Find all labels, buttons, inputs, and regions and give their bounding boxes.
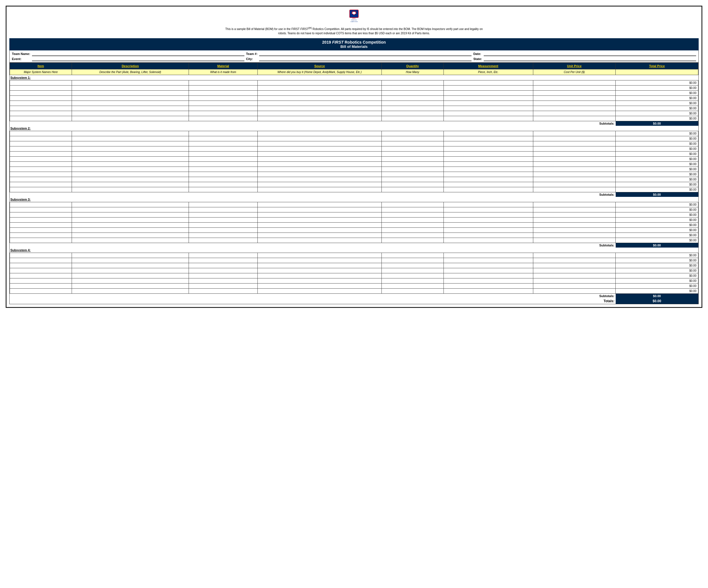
svg-text:ROBOTICS: ROBOTICS (351, 20, 357, 21)
table-row: $0.00 (10, 212, 698, 217)
example-unit-price: Cost Per Unit ($) (533, 69, 616, 75)
subtotals-label-3: Subtotals: (533, 243, 616, 248)
table-row: $0.00 (10, 177, 698, 182)
table-row: $0.00 (10, 284, 698, 289)
form-fields: Team Name: Team #: Date: Event: City: St… (9, 51, 699, 63)
example-material: What is it made from (189, 69, 258, 75)
subtotals-value-2: $0.00 (616, 192, 698, 197)
totals-row: Totals: $0.00 (10, 298, 698, 304)
example-row: Major System Names Here Describe the Par… (10, 69, 698, 75)
team-num-input[interactable] (259, 52, 472, 56)
table-row: $0.00 (10, 202, 698, 207)
table-row: $0.00 (10, 238, 698, 243)
subsystem-4-subtotal: Subtotals: $0.00 (10, 294, 698, 298)
team-name-input[interactable] (32, 52, 244, 56)
city-input[interactable] (259, 57, 472, 61)
logo-area: FIRST ROBOTICS COMPETITION (9, 9, 699, 24)
table-row: $0.00 (10, 263, 698, 268)
subsystem-2-label: Subsystem 2: (10, 126, 698, 131)
title-block: 2019 FIRST Robotics Competition Bill of … (9, 38, 699, 51)
subsystem-2-header: Subsystem 2: (10, 126, 698, 131)
table-row: $0.00 (10, 131, 698, 136)
date-label: Date: (473, 52, 482, 56)
main-title: 2019 FIRST Robotics Competition (9, 40, 699, 45)
subsystem-2-subtotal: Subtotals: $0.00 (10, 192, 698, 197)
table-row: $0.00 (10, 228, 698, 233)
table-row: $0.00 (10, 268, 698, 273)
table-row: $0.00 (10, 106, 698, 111)
table-row: $0.00 (10, 172, 698, 177)
subtotals-value-3: $0.00 (616, 243, 698, 248)
table-row: $0.00 (10, 136, 698, 141)
col-description: Description (72, 63, 188, 69)
subsystem-1-label: Subsystem 1: (10, 75, 698, 81)
col-quantity: Quantity (381, 63, 443, 69)
bom-table: Item Description Material Source Quantit… (10, 63, 698, 304)
subsystem-3-header: Subsystem 3: (10, 197, 698, 202)
table-row: $0.00 (10, 81, 698, 86)
svg-text:FIRST: FIRST (352, 18, 356, 19)
table-header-row: Item Description Material Source Quantit… (10, 63, 698, 69)
totals-value: $0.00 (616, 298, 698, 304)
subtotals-label-1: Subtotals: (533, 121, 616, 126)
svg-text:COMPETITION: COMPETITION (350, 21, 358, 22)
col-measurement: Measurement (443, 63, 533, 69)
intro-text: This is a sample Bill of Material (BOM) … (9, 26, 699, 35)
col-source: Source (258, 63, 382, 69)
example-description: Describe the Part (Axle, Bearing, Lifter… (72, 69, 188, 75)
subsystem-4-header: Subsystem 4: (10, 247, 698, 253)
table-row: $0.00 (10, 187, 698, 192)
table-row: $0.00 (10, 151, 698, 157)
city-label: City: (246, 57, 258, 61)
subtotals-label-2: Subtotals: (533, 192, 616, 197)
state-input[interactable] (484, 57, 696, 61)
subtotals-value-4: $0.00 (616, 294, 698, 298)
sub-title: Bill of Materials (9, 45, 699, 49)
table-row: $0.00 (10, 258, 698, 263)
table-row: $0.00 (10, 278, 698, 284)
table-row: $0.00 (10, 116, 698, 121)
event-input[interactable] (32, 57, 244, 61)
table-row: $0.00 (10, 253, 698, 258)
table-row: $0.00 (10, 223, 698, 228)
col-material: Material (189, 63, 258, 69)
example-item: Major System Names Here (10, 69, 72, 75)
document-container: FIRST ROBOTICS COMPETITION This is a sam… (6, 6, 702, 308)
table-row: $0.00 (10, 141, 698, 146)
col-item: Item (10, 63, 72, 69)
table-row: $0.00 (10, 91, 698, 96)
table-row: $0.00 (10, 86, 698, 91)
table-row: $0.00 (10, 289, 698, 294)
state-label: State: (473, 57, 482, 61)
table-row: $0.00 (10, 101, 698, 106)
subsystem-1-header: Subsystem 1: (10, 75, 698, 81)
table-row: $0.00 (10, 111, 698, 116)
table-row: $0.00 (10, 96, 698, 101)
table-row: $0.00 (10, 233, 698, 238)
example-measurement: Piece, Inch, Etc. (443, 69, 533, 75)
table-row: $0.00 (10, 157, 698, 162)
example-quantity: How Many (381, 69, 443, 75)
team-num-label: Team #: (246, 52, 258, 56)
subtotals-value-1: $0.00 (616, 121, 698, 126)
date-input[interactable] (484, 52, 696, 56)
table-row: $0.00 (10, 167, 698, 172)
example-source: Where did you buy it (Home Depot, AndyMa… (258, 69, 382, 75)
subsystem-1-subtotal: Subtotals: $0.00 (10, 121, 698, 126)
table-row: $0.00 (10, 182, 698, 187)
col-total-price: Total Price (616, 63, 698, 69)
table-row: $0.00 (10, 217, 698, 223)
table-row: $0.00 (10, 162, 698, 167)
event-label: Event: (12, 57, 30, 61)
example-total-price (616, 69, 698, 75)
subsystem-4-label: Subsystem 4: (10, 247, 698, 253)
totals-label: Totals: (533, 298, 616, 304)
bom-table-container: Item Description Material Source Quantit… (9, 63, 699, 304)
subtotals-label-4: Subtotals: (533, 294, 616, 298)
table-row: $0.00 (10, 146, 698, 151)
team-name-label: Team Name: (12, 52, 30, 56)
subsystem-3-subtotal: Subtotals: $0.00 (10, 243, 698, 248)
table-row: $0.00 (10, 273, 698, 278)
col-unit-price: Unit Price (533, 63, 616, 69)
subsystem-3-label: Subsystem 3: (10, 197, 698, 202)
